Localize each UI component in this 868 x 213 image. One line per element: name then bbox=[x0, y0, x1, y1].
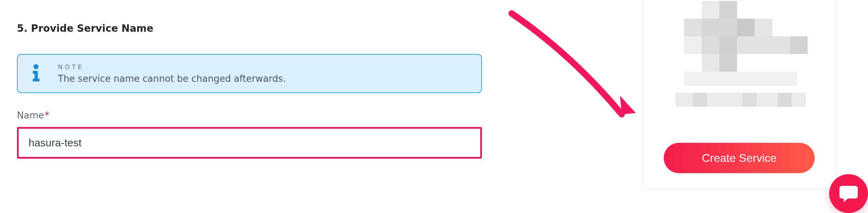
info-icon bbox=[28, 63, 44, 81]
note-text: The service name cannot be changed after… bbox=[58, 73, 471, 84]
preview-card: Create Service bbox=[642, 0, 836, 189]
page-root: 5. Provide Service Name NOTE The service… bbox=[0, 0, 868, 213]
name-label-text: Name bbox=[17, 110, 44, 121]
note-label: NOTE bbox=[58, 63, 471, 71]
note-content: NOTE The service name cannot be changed … bbox=[58, 63, 471, 84]
note-box: NOTE The service name cannot be changed … bbox=[17, 54, 482, 93]
chat-widget-button[interactable] bbox=[829, 174, 868, 213]
svg-marker-4 bbox=[612, 96, 639, 120]
chat-icon bbox=[839, 184, 858, 203]
step-heading: 5. Provide Service Name bbox=[17, 23, 483, 34]
svg-rect-2 bbox=[35, 71, 38, 79]
create-service-label: Create Service bbox=[702, 152, 777, 165]
svg-point-0 bbox=[34, 64, 38, 69]
svg-rect-3 bbox=[33, 79, 40, 81]
create-service-button[interactable]: Create Service bbox=[664, 143, 815, 173]
required-asterisk: * bbox=[45, 110, 49, 121]
form-section: 5. Provide Service Name NOTE The service… bbox=[17, 23, 483, 159]
name-field-label: Name* bbox=[17, 110, 483, 121]
service-name-input[interactable] bbox=[17, 127, 482, 159]
annotation-arrow bbox=[490, 1, 660, 150]
pixelated-preview bbox=[659, 1, 822, 114]
